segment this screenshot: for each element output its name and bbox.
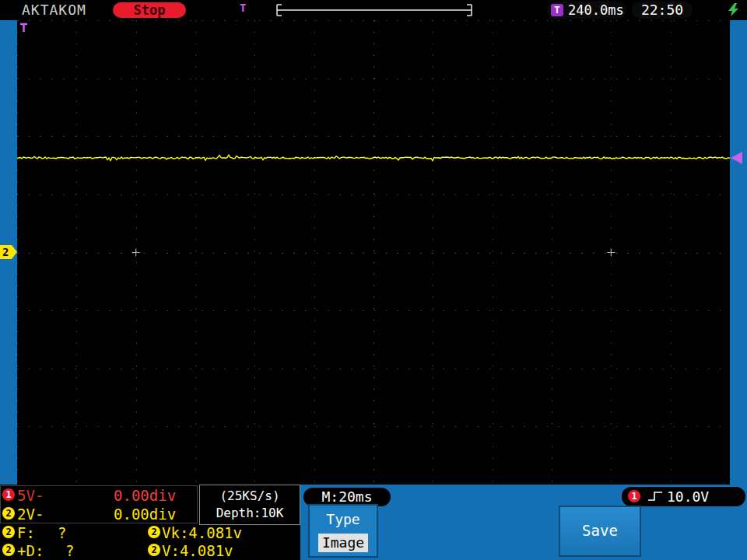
ch1-position: 0.00div xyxy=(114,486,176,505)
trigger-position-t-icon: T xyxy=(240,2,246,13)
duty-badge: 2 xyxy=(2,544,15,556)
usb-icon xyxy=(726,2,742,18)
save-button[interactable]: Save xyxy=(559,506,641,557)
top-bar: AKTAKOM Stop T T 240.0ms 22:50 xyxy=(0,0,747,20)
trigger-point-marker[interactable] xyxy=(19,22,30,34)
trigger-position-bar: T xyxy=(233,2,496,19)
clock: 22:50 xyxy=(632,2,693,19)
trigger-time-value: 240.0ms xyxy=(568,2,624,19)
trigger-readout-pill: 1 10.0V xyxy=(622,487,745,506)
oscilloscope-screen: AKTAKOM Stop T T 240.0ms 22:50 2 xyxy=(0,0,747,560)
ch1-badge: 1 xyxy=(2,488,15,501)
brand-logo: AKTAKOM xyxy=(22,0,86,20)
v-value: V:4.081v xyxy=(162,541,233,560)
trigger-level-value: 10.0V xyxy=(667,487,709,506)
duty-measure-row: 2 +D: ? 2 V:4.081v xyxy=(0,541,300,560)
window-bracket-icon xyxy=(233,2,496,19)
ch2-trace xyxy=(17,20,730,485)
duty-label: +D: xyxy=(17,541,44,560)
type-label: Type xyxy=(310,511,377,527)
freq-measure-row: 2 F: ? 2 Vk:4.081v xyxy=(0,523,300,542)
trigger-time-pill: T 240.0ms xyxy=(547,2,626,19)
duty-value: ? xyxy=(65,541,74,560)
channel2-level-marker[interactable]: 2 xyxy=(0,245,17,259)
type-button[interactable]: Type Image xyxy=(308,504,378,558)
freq-badge: 2 xyxy=(2,526,15,538)
ch1-scale: 5V- xyxy=(17,486,44,505)
ch2-badge: 2 xyxy=(2,507,15,520)
trigger-source-badge: 1 xyxy=(628,490,640,502)
type-selected-value[interactable]: Image xyxy=(318,534,368,552)
ch2-scale: 2V- xyxy=(17,505,44,523)
waveform-display xyxy=(17,20,730,485)
vk-badge: 2 xyxy=(148,526,160,538)
trigger-icon: T xyxy=(551,4,563,16)
rising-edge-icon xyxy=(647,490,664,503)
acquisition-info-box: (25KS/s) Depth:10K xyxy=(199,485,300,525)
run-state-badge: Stop xyxy=(113,2,186,18)
trigger-level-marker[interactable] xyxy=(731,152,742,164)
v-badge: 2 xyxy=(148,544,160,556)
ch2-position: 0.00div xyxy=(114,505,176,523)
vk-value: Vk:4.081v xyxy=(162,523,242,542)
sample-rate-text: (25KS/s) xyxy=(200,488,300,503)
depth-text: Depth:10K xyxy=(200,506,300,520)
freq-label: F: xyxy=(17,523,35,542)
freq-value: ? xyxy=(58,523,66,542)
status-bar: 1 5V- 0.00div 2 2V- 0.00div 2 F: ? 2 Vk:… xyxy=(0,485,747,560)
